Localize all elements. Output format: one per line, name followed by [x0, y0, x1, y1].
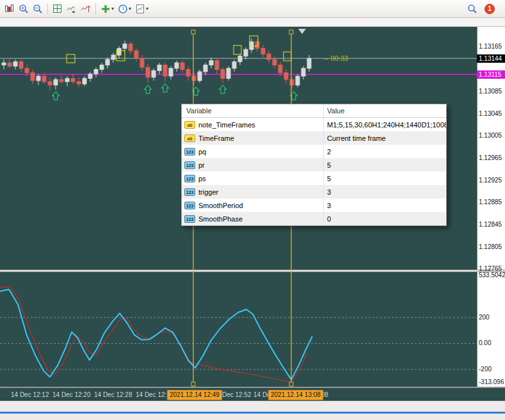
chevron-down-icon: ▾ [111, 6, 114, 12]
templates-button[interactable]: ▾ [133, 2, 150, 16]
chart-shift-icon [81, 4, 91, 14]
number-param-icon: 123 [184, 161, 195, 169]
chevron-down-icon: ▾ [146, 6, 148, 12]
time-label: 14 Dec 12:20 [52, 391, 91, 398]
mt4-window: ▾ ▾ ▾ 1 1.131651.130851.130451.130051.12… [0, 0, 505, 420]
param-value[interactable]: 5 [324, 175, 446, 182]
indicators-plus-icon [100, 4, 111, 14]
param-value[interactable]: M1;5,15,30,60H1;240H4;1440D1;10080 [324, 121, 446, 129]
param-row[interactable]: abnote_TimeFramesM1;5,15,30,60H1;240H4;1… [182, 118, 446, 131]
number-param-icon: 123 [184, 188, 195, 196]
param-value[interactable]: 5 [324, 161, 446, 169]
price-label: 533.5042 [479, 271, 504, 279]
param-value[interactable]: 0 [324, 215, 446, 223]
vline-time-badge: 2021.12.14 12:49 [167, 390, 222, 400]
time-label: 14 Dec 12:12 [11, 391, 49, 398]
price-label: 1.12965 [479, 154, 504, 161]
price-label: 1.13165 [479, 43, 504, 50]
tile-windows-button[interactable] [51, 2, 65, 16]
price-label: 1.12805 [479, 243, 504, 250]
panel-divider[interactable] [0, 387, 505, 388]
auto-scroll-button[interactable] [65, 2, 79, 16]
popup-column-variable: Variable [182, 104, 324, 117]
param-value[interactable]: 2 [324, 148, 446, 156]
number-param-icon: 123 [184, 215, 195, 223]
price-label: 200 [479, 314, 504, 321]
time-label: Dec 12:52 [222, 391, 252, 398]
param-row[interactable]: 123pq2 [182, 145, 446, 158]
price-label: 1.12845 [479, 221, 504, 228]
popup-column-value: Value [324, 104, 446, 117]
time-label: 14 Dec 12:28 [94, 391, 132, 398]
param-row[interactable]: 123SmoothPhase0 [182, 212, 446, 225]
popup-header: Variable Value [182, 104, 446, 118]
number-param-icon: 123 [184, 148, 195, 156]
clock-icon [118, 4, 128, 14]
toolbar-separator [47, 3, 48, 15]
search-button[interactable] [465, 2, 479, 16]
param-value[interactable]: 3 [324, 202, 446, 209]
zoom-out-button[interactable] [31, 2, 45, 16]
param-row[interactable]: 123SmoothPeriod3 [182, 198, 446, 212]
param-row[interactable]: 123pr5 [182, 158, 446, 172]
param-name: pq [198, 148, 206, 156]
price-label: 1.12925 [479, 177, 504, 184]
param-value[interactable]: Current time frame [324, 134, 446, 142]
number-param-icon: 123 [184, 175, 195, 182]
auto-scroll-icon [67, 4, 77, 14]
search-icon [467, 4, 477, 14]
string-param-icon: ab [184, 134, 195, 142]
panel-divider[interactable] [0, 270, 505, 272]
param-name: SmoothPhase [198, 215, 243, 223]
price-label: 0.00 [479, 339, 504, 346]
number-param-icon: 123 [184, 202, 195, 209]
param-name: ps [198, 175, 206, 182]
indicators-button[interactable]: ▾ [99, 2, 116, 16]
param-row[interactable]: abTimeFrameCurrent time frame [182, 131, 446, 145]
price-label: 1.13005 [479, 132, 504, 139]
toolbar-separator [95, 3, 96, 15]
price-label: -313.096 [479, 378, 504, 385]
bar-chart-button[interactable] [3, 2, 17, 16]
param-name: pr [198, 161, 205, 169]
string-param-icon: ab [184, 121, 195, 129]
param-row[interactable]: 123trigger3 [182, 185, 446, 198]
popup-rows: abnote_TimeFramesM1;5,15,30,60H1;240H4;1… [182, 118, 446, 225]
price-label: 1.12885 [479, 198, 504, 206]
price-axis[interactable] [477, 27, 505, 387]
zoom-in-icon [19, 4, 29, 14]
notification-badge[interactable]: 1 [485, 4, 495, 14]
zoom-in-button[interactable] [17, 2, 31, 16]
tile-windows-icon [52, 4, 63, 14]
price-label: 1.13045 [479, 110, 504, 117]
template-page-icon [135, 4, 145, 14]
price-label: -200 [479, 366, 504, 373]
price-label: 1.13085 [479, 88, 504, 95]
param-name: TimeFrame [198, 134, 234, 142]
param-name: note_TimeFrames [198, 121, 255, 129]
panel-splitter[interactable] [0, 412, 505, 414]
chart-shift-button[interactable] [79, 2, 93, 16]
candle-countdown: -- 00:33 [324, 54, 348, 62]
zoom-out-icon [33, 4, 43, 14]
periods-button[interactable]: ▾ [116, 2, 133, 16]
chevron-down-icon: ▾ [129, 6, 131, 12]
window-frame-strip [0, 19, 505, 27]
bid-price-badge: 1.13144 [477, 54, 505, 63]
param-value[interactable]: 3 [324, 188, 446, 196]
parameters-popup[interactable]: Variable Value abnote_TimeFramesM1;5,15,… [181, 104, 447, 226]
bottom-panel [0, 401, 505, 420]
bar-chart-icon [4, 4, 15, 14]
vline-time-badge: 2021.12.14 13:08 [268, 390, 323, 400]
param-name: trigger [198, 188, 218, 196]
param-row[interactable]: 123ps5 [182, 172, 446, 185]
toolbar: ▾ ▾ ▾ 1 [0, 0, 505, 18]
indicator-canvas[interactable] [0, 272, 477, 387]
param-name: SmoothPeriod [198, 202, 243, 209]
line-price-badge: 1.13115 [477, 70, 505, 79]
